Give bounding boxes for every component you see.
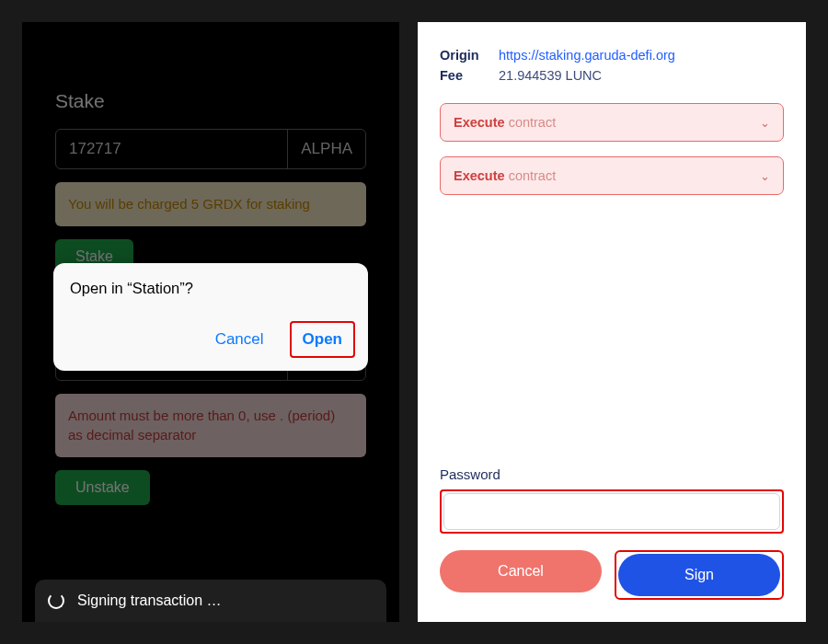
unstake-error-notice: Amount must be more than 0, use . (perio… xyxy=(55,394,366,457)
fee-label: Fee xyxy=(440,68,499,83)
origin-value: https://staking.garuda-defi.org xyxy=(499,48,675,63)
password-area: Password Cancel Sign xyxy=(440,466,784,600)
stake-unit: ALPHA xyxy=(287,130,365,168)
highlight-open: Open xyxy=(290,321,355,358)
spinner-icon xyxy=(48,592,64,609)
execute-contract-label: Executecontract xyxy=(454,168,556,183)
unstake-button[interactable]: Unstake xyxy=(55,470,150,505)
origin-label: Origin xyxy=(440,48,499,63)
chevron-down-icon: ⌄ xyxy=(760,116,770,130)
password-input[interactable] xyxy=(443,493,780,530)
highlight-sign: Sign xyxy=(615,550,784,600)
dialog-title: Open in “Station”? xyxy=(53,263,368,321)
stake-amount-row: ALPHA xyxy=(55,129,366,169)
stake-amount-input[interactable] xyxy=(56,130,287,168)
execute-contract-card-2[interactable]: Executecontract ⌄ xyxy=(440,156,784,195)
wallet-button-row: Cancel Sign xyxy=(440,550,784,600)
station-sign-screen: Origin https://staking.garuda-defi.org F… xyxy=(418,22,806,622)
signing-status-text: Signing transaction … xyxy=(77,592,222,609)
execute-contract-label: Executecontract xyxy=(454,115,556,130)
staking-screen: Stake ALPHA You will be charged 5 GRDX f… xyxy=(22,22,399,622)
signing-status-bar: Signing transaction … xyxy=(35,580,386,622)
origin-row: Origin https://staking.garuda-defi.org xyxy=(440,48,784,63)
open-in-station-dialog: Open in “Station”? Cancel Open xyxy=(53,263,368,371)
password-label: Password xyxy=(440,466,784,482)
fee-value: 21.944539 LUNC xyxy=(499,68,602,83)
dialog-actions: Cancel Open xyxy=(53,321,368,371)
execute-contract-card-1[interactable]: Executecontract ⌄ xyxy=(440,103,784,142)
wallet-sign-button[interactable]: Sign xyxy=(618,554,780,596)
stake-title: Stake xyxy=(55,90,366,112)
stake-fee-notice: You will be charged 5 GRDX for staking xyxy=(55,182,366,226)
wallet-cancel-button[interactable]: Cancel xyxy=(440,550,602,592)
fee-row: Fee 21.944539 LUNC xyxy=(440,68,784,83)
dialog-open-button[interactable]: Open xyxy=(293,325,351,354)
dialog-cancel-button[interactable]: Cancel xyxy=(206,325,273,354)
highlight-password xyxy=(440,489,784,534)
chevron-down-icon: ⌄ xyxy=(760,169,770,183)
